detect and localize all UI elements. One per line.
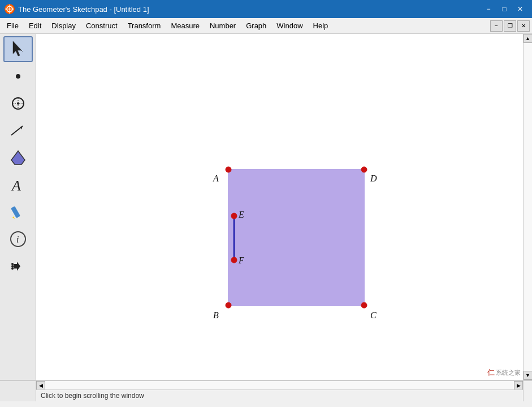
polygon-tool[interactable] bbox=[3, 145, 33, 171]
scrollbar-horizontal[interactable]: ◀ ▶ bbox=[36, 380, 523, 389]
svg-marker-5 bbox=[21, 50, 23, 51]
menu-transform[interactable]: Transform bbox=[123, 20, 166, 32]
svg-text:A: A bbox=[11, 177, 21, 194]
svg-line-11 bbox=[11, 126, 23, 135]
toolbar-bottom-spacer bbox=[0, 380, 36, 401]
info-tool[interactable]: i bbox=[3, 226, 33, 252]
toolbar: A i bbox=[0, 34, 36, 380]
text-tool[interactable]: A bbox=[3, 172, 33, 198]
svg-point-6 bbox=[16, 74, 20, 79]
svg-point-33 bbox=[231, 213, 237, 219]
minimize-button[interactable]: − bbox=[481, 3, 496, 15]
scroll-down-button[interactable]: ▼ bbox=[524, 371, 533, 380]
svg-point-30 bbox=[361, 167, 367, 172]
svg-text:B: B bbox=[213, 310, 219, 320]
svg-text:i: i bbox=[16, 235, 19, 244]
svg-text:F: F bbox=[238, 256, 244, 265]
window-controls: − □ ✕ bbox=[481, 3, 527, 15]
svg-point-32 bbox=[361, 302, 367, 308]
marker-tool[interactable] bbox=[3, 199, 33, 225]
menu-bar: File Edit Display Construct Transform Me… bbox=[0, 18, 532, 34]
svg-point-29 bbox=[226, 167, 231, 172]
svg-point-10 bbox=[17, 102, 19, 105]
title-bar: The Geometer's Sketchpad - [Untitled 1] … bbox=[0, 0, 532, 18]
maximize-button[interactable]: □ bbox=[497, 3, 512, 15]
svg-marker-13 bbox=[11, 151, 25, 164]
geometry-canvas: A D B C E F bbox=[36, 34, 523, 380]
svg-point-34 bbox=[231, 257, 237, 263]
status-bar: Click to begin scrolling the window bbox=[36, 389, 523, 401]
svg-text:D: D bbox=[370, 174, 377, 183]
custom-tool[interactable] bbox=[3, 253, 33, 279]
svg-rect-23 bbox=[228, 170, 364, 305]
menu-graph[interactable]: Graph bbox=[241, 20, 271, 32]
menu-number[interactable]: Number bbox=[205, 20, 240, 32]
main-area: A i bbox=[0, 34, 532, 380]
title-left: The Geometer's Sketchpad - [Untitled 1] bbox=[5, 4, 149, 14]
svg-point-17 bbox=[11, 232, 25, 246]
scroll-left-button[interactable]: ◀ bbox=[36, 381, 45, 390]
menu-measure[interactable]: Measure bbox=[166, 20, 204, 32]
inner-minimize[interactable]: − bbox=[490, 20, 503, 32]
svg-point-31 bbox=[226, 302, 231, 308]
svg-text:E: E bbox=[238, 210, 244, 219]
menu-window[interactable]: Window bbox=[272, 20, 307, 32]
svg-point-20 bbox=[11, 263, 14, 265]
scroll-up-button[interactable]: ▲ bbox=[524, 34, 533, 43]
svg-rect-15 bbox=[11, 206, 20, 218]
inner-maximize[interactable]: ❐ bbox=[504, 20, 516, 32]
svg-point-22 bbox=[11, 267, 14, 270]
svg-marker-16 bbox=[12, 217, 15, 219]
svg-marker-4 bbox=[13, 41, 21, 56]
close-button[interactable]: ✕ bbox=[513, 3, 527, 15]
inner-close[interactable]: ✕ bbox=[517, 20, 530, 32]
scrollbar-right[interactable]: ▲ ▼ bbox=[523, 34, 532, 380]
bottom-right: ◀ ▶ Click to begin scrolling the window bbox=[36, 380, 523, 401]
point-tool[interactable] bbox=[3, 63, 33, 89]
svg-point-21 bbox=[11, 265, 14, 267]
compass-tool[interactable] bbox=[3, 90, 33, 116]
svg-marker-12 bbox=[20, 126, 23, 129]
menu-display[interactable]: Display bbox=[47, 20, 80, 32]
scroll-track-h[interactable] bbox=[45, 381, 514, 389]
bottom-section: ◀ ▶ Click to begin scrolling the window bbox=[0, 380, 532, 401]
scrollbar-corner bbox=[523, 380, 532, 401]
svg-text:A: A bbox=[213, 174, 219, 183]
menu-edit[interactable]: Edit bbox=[24, 20, 46, 32]
window-title: The Geometer's Sketchpad - [Untitled 1] bbox=[18, 5, 149, 14]
scroll-right-button[interactable]: ▶ bbox=[514, 381, 523, 390]
svg-point-7 bbox=[12, 98, 24, 109]
scroll-track-right[interactable] bbox=[524, 43, 532, 371]
menu-file[interactable]: File bbox=[2, 20, 23, 32]
status-text: Click to begin scrolling the window bbox=[41, 392, 144, 400]
svg-text:C: C bbox=[370, 310, 377, 320]
menu-construct[interactable]: Construct bbox=[81, 20, 122, 32]
canvas-area[interactable]: A D B C E F 仁 系统之家 bbox=[36, 34, 523, 380]
app-icon bbox=[5, 4, 15, 14]
line-tool[interactable] bbox=[3, 118, 33, 144]
menu-help[interactable]: Help bbox=[309, 20, 333, 32]
select-tool[interactable] bbox=[3, 36, 33, 62]
svg-marker-19 bbox=[14, 262, 20, 271]
